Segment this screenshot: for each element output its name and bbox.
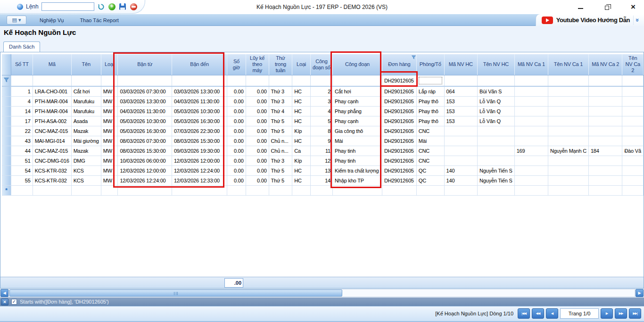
new-cell-18[interactable] (588, 185, 622, 195)
last-page-button[interactable]: ▶▶| (629, 308, 641, 319)
column-header-15[interactable]: Tên NV HC (478, 54, 515, 75)
column-header-11[interactable]: Công đoạn (333, 54, 382, 75)
row-indicator[interactable] (2, 165, 11, 175)
cell-r9-c3[interactable]: MW (101, 175, 118, 185)
cell-r1-c11[interactable]: Phay cạnh (333, 96, 382, 106)
cell-r3-c10[interactable]: 5 (310, 116, 332, 126)
cell-r9-c16[interactable] (514, 175, 548, 185)
cell-r8-c8[interactable]: Thứ 5 (269, 165, 292, 175)
scrollbar-thumb[interactable] (9, 289, 342, 297)
cell-r3-c3[interactable]: MW (101, 116, 118, 126)
column-header-16[interactable]: Mã NV Ca 1 (514, 54, 548, 75)
cell-r5-c16[interactable] (514, 136, 548, 146)
cell-r2-c11[interactable]: Phay phẳng (333, 106, 382, 116)
cell-r2-c8[interactable]: Thứ 4 (269, 106, 292, 116)
cell-r3-c0[interactable]: 17 (11, 116, 33, 126)
new-cell-13[interactable] (416, 185, 444, 195)
cell-r8-c19[interactable] (622, 165, 644, 175)
cell-r3-c12[interactable]: DH29012605 (382, 116, 416, 126)
cell-r9-c15[interactable]: Nguyễn Tiến S (478, 175, 515, 185)
delete-icon[interactable] (130, 3, 138, 11)
cell-r2-c19[interactable] (622, 106, 644, 116)
cell-r9-c11[interactable]: Nhập kho TP (333, 175, 382, 185)
cell-r9-c14[interactable]: 140 (444, 175, 477, 185)
cell-r6-c13[interactable]: CNC (416, 146, 444, 156)
new-cell-17[interactable] (548, 185, 589, 195)
cell-r5-c17[interactable] (548, 136, 589, 146)
menu-button[interactable]: ▤ ▾ (7, 16, 26, 25)
cell-r8-c1[interactable]: KCS-KTR-032 (33, 165, 71, 175)
cell-r7-c10[interactable]: 12 (310, 156, 332, 165)
filter-cell-15[interactable] (478, 75, 515, 86)
filter-cell-5[interactable] (172, 75, 227, 86)
new-cell-9[interactable] (292, 185, 310, 195)
cell-r7-c15[interactable] (478, 156, 515, 165)
cell-r3-c7[interactable]: 0.00 (246, 116, 269, 126)
cell-r0-c14[interactable]: 064 (444, 86, 477, 96)
cell-r1-c13[interactable]: Phay thô (416, 96, 444, 106)
filter-row-indicator[interactable] (2, 75, 11, 86)
cell-r5-c5[interactable]: 08/03/2026 15:30:00 (172, 136, 227, 146)
new-cell-6[interactable] (227, 185, 246, 195)
fast-prev-page-button[interactable]: ◀◀ (532, 308, 544, 319)
cell-r3-c8[interactable]: Thứ 5 (269, 116, 292, 126)
cell-r7-c0[interactable]: 51 (11, 156, 33, 165)
cell-r7-c13[interactable]: CNC (416, 156, 444, 165)
cell-r2-c18[interactable] (588, 106, 622, 116)
page-number-box[interactable]: Trang 1/0 (560, 308, 599, 319)
new-cell-14[interactable] (444, 185, 477, 195)
new-cell-0[interactable] (11, 185, 33, 195)
cell-r7-c5[interactable]: 12/03/2026 12:00:00 (172, 156, 227, 165)
cell-r7-c11[interactable]: Phay tinh (333, 156, 382, 165)
cell-r5-c0[interactable]: 43 (11, 136, 33, 146)
cell-r5-c6[interactable]: 0.00 (227, 136, 246, 146)
cell-r2-c10[interactable]: 4 (310, 106, 332, 116)
cell-r5-c10[interactable]: 9 (310, 136, 332, 146)
cell-r3-c9[interactable]: HC (292, 116, 310, 126)
cell-r4-c18[interactable] (588, 126, 622, 136)
cell-r7-c6[interactable]: 0.00 (227, 156, 246, 165)
cell-r2-c0[interactable]: 14 (11, 106, 33, 116)
cell-r2-c5[interactable]: 05/03/2026 10:30:00 (172, 106, 227, 116)
cell-r4-c0[interactable]: 22 (11, 126, 33, 136)
cell-r7-c14[interactable] (444, 156, 477, 165)
cell-r4-c10[interactable]: 8 (310, 126, 332, 136)
new-cell-4[interactable] (118, 185, 172, 195)
cell-r9-c7[interactable]: 0.00 (246, 175, 269, 185)
row-indicator[interactable] (2, 96, 11, 106)
cell-r8-c0[interactable]: 54 (11, 165, 33, 175)
cell-r3-c4[interactable]: 05/03/2026 10:30:00 (118, 116, 172, 126)
filter-cell-4[interactable] (118, 75, 172, 86)
cell-r0-c13[interactable]: Lắp ráp (416, 86, 444, 96)
cell-r8-c12[interactable]: DH29012605 (382, 165, 416, 175)
cell-r4-c11[interactable]: Gia công thô (333, 126, 382, 136)
cell-r5-c3[interactable]: MW (101, 136, 118, 146)
new-row-indicator[interactable]: * (2, 185, 11, 195)
filter-cell-14[interactable] (444, 75, 477, 86)
cell-r7-c2[interactable]: DMG (71, 156, 101, 165)
cell-r8-c3[interactable]: MW (101, 165, 118, 175)
cell-r0-c15[interactable]: Bùi Văn S (478, 86, 515, 96)
cell-r9-c17[interactable] (548, 175, 589, 185)
cell-r4-c17[interactable] (548, 126, 589, 136)
cell-r6-c9[interactable]: Ca (292, 146, 310, 156)
cell-r1-c6[interactable]: 0.00 (227, 96, 246, 106)
cell-r8-c15[interactable]: Nguyễn Tiến S (478, 165, 515, 175)
cell-r0-c10[interactable]: 2 (310, 86, 332, 96)
column-header-2[interactable]: Tên (71, 54, 101, 75)
cell-r1-c1[interactable]: PTH-MAR-004 (33, 96, 71, 106)
cell-r1-c5[interactable]: 04/03/2026 11:30:00 (172, 96, 227, 106)
cell-r9-c19[interactable] (622, 175, 644, 185)
cell-r2-c16[interactable] (514, 106, 548, 116)
new-cell-3[interactable] (101, 185, 118, 195)
cell-r7-c1[interactable]: CNC-DMG-016 (33, 156, 71, 165)
cell-r8-c4[interactable]: 12/03/2026 12:00:00 (118, 165, 172, 175)
cell-r6-c12[interactable]: DH29012605 (382, 146, 416, 156)
cell-r1-c15[interactable]: Lỗ Văn Q (478, 96, 515, 106)
cell-r7-c7[interactable]: 0.00 (246, 156, 269, 165)
prev-page-button[interactable]: ◀ (546, 308, 558, 319)
row-indicator[interactable] (2, 126, 11, 136)
cell-r6-c6[interactable]: 0.00 (227, 146, 246, 156)
youtube-icon[interactable] (542, 17, 553, 24)
cell-r6-c7[interactable]: 0.00 (246, 146, 269, 156)
